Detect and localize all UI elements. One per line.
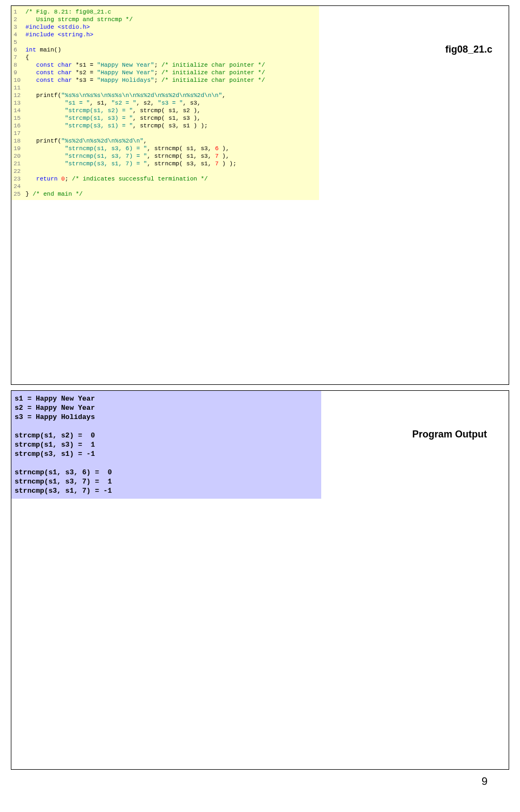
- code-listing: 1/* Fig. 8.21: fig08_21.c2 Using strcmp …: [11, 6, 319, 200]
- code-line: 8 const char *s1 = "Happy New Year"; /* …: [14, 61, 317, 69]
- code-line: 20 "strncmp(s1, s3, 7) = ", strncmp( s1,…: [14, 152, 317, 160]
- code-line: 2 Using strcmp and strncmp */: [14, 16, 317, 23]
- code-line: 14 "strcmp(s1, s2) = ", strcmp( s1, s2 )…: [14, 107, 317, 114]
- code-line: 21 "strncmp(s3, s1, 7) = ", strncmp( s3,…: [14, 160, 317, 167]
- code-line: 23 return 0; /* indicates successful ter…: [14, 175, 317, 183]
- page-number: 9: [0, 775, 520, 788]
- code-slide: 1/* Fig. 8.21: fig08_21.c2 Using strcmp …: [11, 5, 509, 385]
- code-line: 7{: [14, 54, 317, 61]
- output-slide: s1 = Happy New Year s2 = Happy New Year …: [11, 390, 509, 770]
- code-line: 4#include <string.h>: [14, 31, 317, 38]
- code-line: 15 "strcmp(s1, s3) = ", strcmp( s1, s3 )…: [14, 114, 317, 122]
- code-line: 9 const char *s2 = "Happy New Year"; /* …: [14, 69, 317, 76]
- code-line: 25} /* end main */: [14, 190, 317, 198]
- code-line: 16 "strcmp(s3, s1) = ", strcmp( s3, s1 )…: [14, 122, 317, 130]
- code-line: 24: [14, 183, 317, 190]
- code-line: 10 const char *s3 = "Happy Holidays"; /*…: [14, 76, 317, 84]
- code-line: 1/* Fig. 8.21: fig08_21.c: [14, 8, 317, 16]
- code-line: 6int main(): [14, 46, 317, 54]
- code-line: 17: [14, 130, 317, 137]
- code-line: 12 printf("%s%s\n%s%s\n%s%s\n\n%s%2d\n%s…: [14, 92, 317, 99]
- filename-label: fig08_21.c: [445, 44, 492, 55]
- program-output: s1 = Happy New Year s2 = Happy New Year …: [11, 391, 321, 499]
- code-line: 13 "s1 = ", s1, "s2 = ", s2, "s3 = ", s3…: [14, 99, 317, 107]
- code-line: 22: [14, 167, 317, 175]
- code-line: 19 "strncmp(s1, s3, 6) = ", strncmp( s1,…: [14, 145, 317, 152]
- code-line: 11: [14, 84, 317, 92]
- code-line: 18 printf("%s%2d\n%s%2d\n%s%2d\n",: [14, 137, 317, 145]
- code-line: 3#include <stdio.h>: [14, 23, 317, 31]
- output-label: Program Output: [412, 429, 487, 440]
- code-line: 5: [14, 38, 317, 46]
